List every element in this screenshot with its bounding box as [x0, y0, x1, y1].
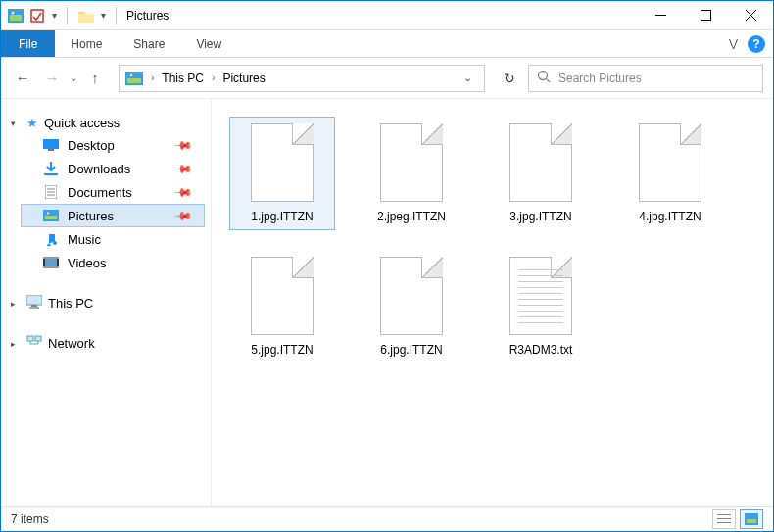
star-icon: ★ — [26, 116, 38, 130]
sidebar-item-downloads[interactable]: Downloads 📌 — [21, 157, 205, 180]
svg-rect-32 — [717, 518, 731, 519]
svg-rect-24 — [43, 257, 59, 259]
svg-point-2 — [12, 11, 15, 14]
svg-rect-8 — [127, 78, 141, 83]
svg-rect-14 — [44, 173, 58, 175]
network-label: Network — [48, 336, 95, 351]
file-name: 5.jpg.ITTZN — [251, 343, 313, 357]
expand-caret-icon[interactable]: ▾ — [11, 119, 21, 128]
search-input[interactable] — [558, 72, 754, 85]
this-pc-header[interactable]: ▸ This PC — [21, 292, 205, 314]
file-name: 6.jpg.ITTZN — [380, 343, 442, 357]
sidebar-item-desktop[interactable]: Desktop 📌 — [21, 133, 205, 157]
address-bar[interactable]: › This PC › Pictures ⌄ — [119, 65, 485, 92]
breadcrumb-root[interactable]: This PC — [162, 72, 204, 85]
svg-rect-31 — [717, 514, 731, 515]
sidebar-item-label: Pictures — [68, 209, 114, 223]
svg-point-9 — [130, 73, 133, 76]
sidebar-item-documents[interactable]: Documents 📌 — [21, 180, 205, 204]
sidebar-item-pictures[interactable]: Pictures 📌 — [21, 204, 205, 227]
close-button[interactable] — [728, 1, 773, 30]
svg-rect-35 — [747, 519, 756, 523]
svg-rect-23 — [45, 259, 57, 266]
network-header[interactable]: ▸ Network — [21, 332, 205, 355]
back-button[interactable]: ← — [11, 70, 34, 86]
tab-share[interactable]: Share — [118, 30, 180, 57]
folder-menu-chevron-icon[interactable]: ▾ — [101, 10, 106, 21]
sidebar-item-label: Downloads — [68, 162, 130, 176]
sidebar-item-videos[interactable]: Videos — [21, 251, 205, 274]
svg-rect-33 — [717, 522, 731, 523]
ribbon: File Home Share View ⋁ ? — [1, 30, 773, 58]
view-switcher — [712, 509, 763, 529]
file-thumb — [380, 123, 443, 202]
navigation-pane: ▾ ★ Quick access Desktop 📌 Downloads 📌 D — [1, 99, 212, 506]
file-item[interactable]: 5.jpg.ITTZN — [229, 250, 335, 363]
file-item[interactable]: 4.jpg.ITTZN — [617, 117, 723, 230]
svg-rect-27 — [31, 305, 37, 307]
titlebar: ▾ ▾ Pictures — [1, 1, 773, 30]
file-tab[interactable]: File — [1, 30, 55, 57]
svg-rect-28 — [29, 307, 39, 309]
music-icon — [42, 231, 60, 247]
svg-rect-1 — [10, 15, 22, 21]
file-item[interactable]: 6.jpg.ITTZN — [359, 250, 464, 363]
file-view[interactable]: 1.jpg.ITTZN2.jpeg.ITTZN3.jpg.ITTZN4.jpg.… — [212, 99, 773, 506]
breadcrumb-sep-icon[interactable]: › — [212, 73, 215, 83]
svg-rect-30 — [35, 336, 41, 341]
svg-rect-6 — [701, 11, 710, 21]
svg-rect-20 — [45, 216, 57, 219]
file-item[interactable]: 3.jpg.ITTZN — [488, 117, 594, 230]
file-thumb — [251, 123, 314, 202]
sidebar-item-label: Documents — [68, 185, 132, 200]
this-pc-icon — [26, 295, 42, 312]
qat-properties-icon[interactable] — [28, 7, 46, 24]
svg-rect-3 — [31, 10, 43, 22]
svg-line-11 — [547, 78, 551, 82]
ribbon-collapse-chevron-icon[interactable]: ⋁ — [729, 37, 738, 50]
maximize-button[interactable] — [683, 1, 728, 30]
forward-button[interactable]: → — [40, 70, 64, 86]
this-pc-label: This PC — [48, 296, 93, 311]
file-thumb — [639, 123, 701, 202]
desktop-icon — [42, 137, 60, 153]
tab-view[interactable]: View — [180, 30, 237, 57]
pin-icon: 📌 — [173, 135, 194, 156]
view-details-button[interactable] — [712, 509, 736, 529]
sidebar-item-music[interactable]: Music — [21, 227, 205, 251]
tab-home[interactable]: Home — [55, 30, 118, 57]
search-icon — [537, 70, 551, 87]
minimize-button[interactable] — [638, 1, 683, 30]
file-item[interactable]: R3ADM3.txt — [488, 250, 594, 363]
up-button[interactable]: ↑ — [83, 70, 107, 86]
file-name: 4.jpg.ITTZN — [639, 210, 701, 223]
search-box[interactable] — [528, 65, 763, 92]
view-thumbnails-button[interactable] — [740, 509, 763, 529]
explorer-window: ▾ ▾ Pictures File Home Share View ⋁ ? ← … — [0, 0, 774, 532]
breadcrumb-current[interactable]: Pictures — [222, 72, 265, 85]
breadcrumb-sep-icon[interactable]: › — [151, 73, 154, 83]
expand-caret-icon[interactable]: ▸ — [11, 339, 21, 349]
this-pc-group: ▸ This PC — [21, 292, 205, 314]
pin-icon: 📌 — [173, 182, 194, 203]
refresh-button[interactable]: ↻ — [497, 71, 522, 86]
help-icon[interactable]: ? — [748, 35, 765, 53]
title-divider — [116, 7, 117, 24]
network-icon — [26, 335, 42, 352]
svg-rect-4 — [78, 14, 94, 23]
svg-rect-13 — [48, 149, 54, 151]
quick-access-header[interactable]: ▾ ★ Quick access — [21, 113, 205, 133]
svg-point-10 — [539, 71, 548, 79]
recent-locations-chevron-icon[interactable]: ⌄ — [70, 73, 77, 83]
file-item[interactable]: 1.jpg.ITTZN — [229, 117, 335, 230]
pin-icon: 📌 — [173, 159, 194, 179]
expand-caret-icon[interactable]: ▸ — [11, 299, 21, 309]
file-thumb — [509, 257, 572, 335]
file-name: R3ADM3.txt — [509, 343, 573, 357]
pictures-crumb-icon — [125, 72, 143, 85]
address-dropdown-chevron-icon[interactable]: ⌄ — [458, 72, 478, 84]
qat-menu-chevron-icon[interactable]: ▾ — [52, 10, 57, 21]
file-name: 3.jpg.ITTZN — [509, 210, 571, 223]
svg-point-21 — [47, 212, 49, 214]
file-item[interactable]: 2.jpeg.ITTZN — [359, 117, 464, 230]
